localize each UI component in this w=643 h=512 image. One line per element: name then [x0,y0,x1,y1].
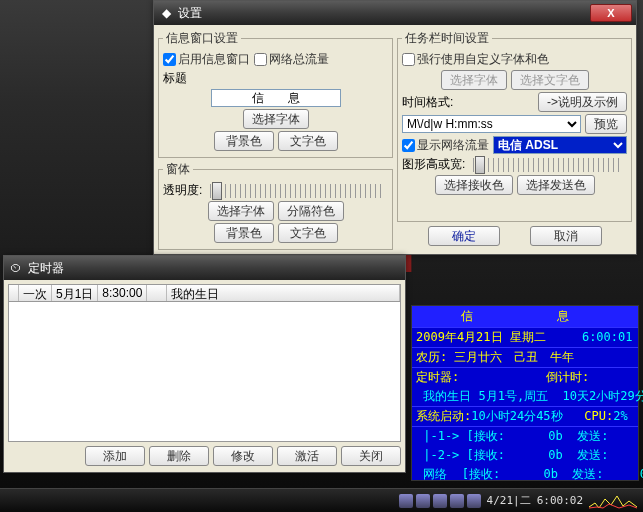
time-format-select[interactable]: M\/d|w H:mm:ss [402,115,581,133]
timer-title: 定时器 [28,260,401,277]
graph-size-slider[interactable] [473,158,623,172]
activate-button[interactable]: 激活 [277,446,337,466]
system-tray[interactable] [399,494,481,508]
transparency-label: 透明度: [163,182,202,199]
modify-button[interactable]: 修改 [213,446,273,466]
add-button[interactable]: 添加 [85,446,145,466]
fgcolor-button[interactable]: 文字色 [278,131,338,151]
timer-col-type: 一次 [19,285,52,301]
tray-icon[interactable] [467,494,481,508]
timer-titlebar[interactable]: ⏲ 定时器 [4,256,405,280]
settings-dialog: ◆ 设置 X 信息窗口设置 启用信息窗口 网络总流量 标题 选择字体 [153,0,637,255]
tray-icon[interactable] [450,494,464,508]
choose-fontcolor-button: 选择文字色 [511,70,589,90]
timer-icon: ⏲ [8,260,24,276]
window-fgcolor-button[interactable]: 文字色 [278,223,338,243]
cancel-button[interactable]: 取消 [530,226,602,246]
show-net-checkbox[interactable]: 显示网络流量 [402,137,489,154]
time-format-label: 时间格式: [402,94,453,111]
window-bgcolor-button[interactable]: 背景色 [214,223,274,243]
info-panel: 信 息 2009年4月21日 星期二 6:00:01 农历: 三月廿六 己丑 牛… [411,305,639,481]
window-font-button[interactable]: 选择字体 [208,201,274,221]
explain-button[interactable]: ->说明及示例 [538,92,627,112]
window-legend: 窗体 [163,161,193,178]
settings-titlebar[interactable]: ◆ 设置 X [154,1,636,25]
ok-button[interactable]: 确定 [428,226,500,246]
cpu-graph-icon [589,493,637,509]
timer-list-area[interactable] [8,302,401,442]
send-color-button[interactable]: 选择发送色 [517,175,595,195]
taskbar-time-group: 任务栏时间设置 强行使用自定义字体和色 选择字体 选择文字色 时间格式: ->说… [397,30,632,222]
preview-button[interactable]: 预览 [585,114,627,134]
taskbar-date: 4/21|二 [487,493,531,508]
force-font-checkbox[interactable]: 强行使用自定义字体和色 [402,51,549,68]
recv-color-button[interactable]: 选择接收色 [435,175,513,195]
close-icon[interactable]: X [590,4,632,22]
total-traffic-checkbox[interactable]: 网络总流量 [254,51,329,68]
delete-button[interactable]: 删除 [149,446,209,466]
choose-font-button-2: 选择字体 [441,70,507,90]
enable-info-checkbox[interactable]: 启用信息窗口 [163,51,250,68]
info-window-group: 信息窗口设置 启用信息窗口 网络总流量 标题 选择字体 背景色 文字色 [158,30,393,158]
settings-title: 设置 [178,5,590,22]
choose-font-button[interactable]: 选择字体 [243,109,309,129]
timer-col-date: 5月1日 [52,285,98,301]
timer-dialog: ⏲ 定时器 一次 5月1日 8:30:00 我的生日 添加 删除 修改 激活 关… [3,255,406,473]
bgcolor-button[interactable]: 背景色 [214,131,274,151]
close-button[interactable]: 关闭 [341,446,401,466]
taskbar: 4/21|二 6:00:02 [0,488,643,512]
taskbar-time-legend: 任务栏时间设置 [402,30,492,47]
tray-icon[interactable] [399,494,413,508]
separator-color-button[interactable]: 分隔符色 [278,201,344,221]
timer-col-name: 我的生日 [167,285,400,301]
taskbar-time: 6:00:02 [537,494,583,507]
info-title: 信 息 [412,306,638,327]
title-label: 标题 [163,70,187,87]
info-window-legend: 信息窗口设置 [163,30,241,47]
title-input[interactable] [211,89,341,107]
net-type-select[interactable]: 电信 ADSL [493,136,627,154]
timer-col-time: 8:30:00 [98,285,147,301]
tray-icon[interactable] [416,494,430,508]
settings-icon: ◆ [158,5,174,21]
graph-size-label: 图形高或宽: [402,156,465,173]
transparency-slider[interactable] [210,184,384,198]
timer-col-blank [147,285,167,301]
window-group: 窗体 透明度: 选择字体 分隔符色 背景色 文字色 [158,161,393,250]
timer-row-header[interactable]: 一次 5月1日 8:30:00 我的生日 [8,284,401,302]
tray-icon[interactable] [433,494,447,508]
